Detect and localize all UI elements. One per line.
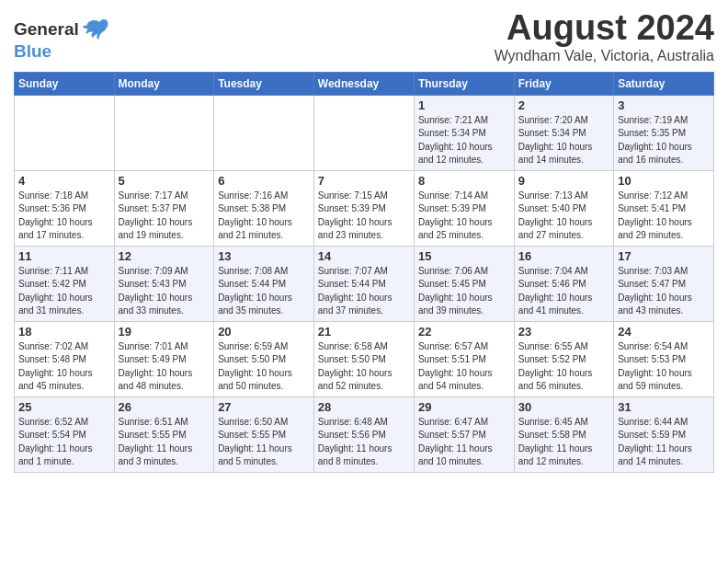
calendar-cell: 6Sunrise: 7:16 AM Sunset: 5:38 PM Daylig… (214, 170, 314, 246)
day-info: Sunrise: 7:16 AM Sunset: 5:38 PM Dayligh… (218, 190, 310, 243)
calendar-week-row: 18Sunrise: 7:02 AM Sunset: 5:48 PM Dayli… (15, 321, 714, 396)
calendar-day-header: Saturday (614, 72, 714, 95)
calendar-cell: 4Sunrise: 7:18 AM Sunset: 5:36 PM Daylig… (15, 170, 115, 246)
calendar-cell (214, 95, 314, 170)
calendar-cell: 14Sunrise: 7:07 AM Sunset: 5:44 PM Dayli… (313, 246, 414, 321)
day-number: 2 (518, 98, 609, 112)
day-number: 17 (618, 249, 710, 263)
day-info: Sunrise: 7:21 AM Sunset: 5:34 PM Dayligh… (418, 114, 510, 167)
day-info: Sunrise: 6:58 AM Sunset: 5:50 PM Dayligh… (318, 340, 410, 394)
day-info: Sunrise: 7:12 AM Sunset: 5:41 PM Dayligh… (618, 190, 710, 243)
calendar-cell: 23Sunrise: 6:55 AM Sunset: 5:52 PM Dayli… (514, 321, 613, 396)
day-number: 16 (518, 249, 609, 263)
day-info: Sunrise: 6:55 AM Sunset: 5:52 PM Dayligh… (518, 340, 609, 394)
calendar-cell: 7Sunrise: 7:15 AM Sunset: 5:39 PM Daylig… (313, 170, 414, 246)
day-info: Sunrise: 7:03 AM Sunset: 5:47 PM Dayligh… (618, 265, 710, 318)
month-title: August 2024 (495, 9, 714, 48)
calendar-week-row: 11Sunrise: 7:11 AM Sunset: 5:42 PM Dayli… (15, 246, 714, 321)
day-info: Sunrise: 6:50 AM Sunset: 5:55 PM Dayligh… (218, 416, 310, 469)
day-number: 1 (418, 98, 510, 112)
day-number: 8 (418, 174, 510, 188)
calendar-cell: 11Sunrise: 7:11 AM Sunset: 5:42 PM Dayli… (15, 246, 115, 321)
day-number: 26 (119, 400, 210, 414)
calendar-cell: 27Sunrise: 6:50 AM Sunset: 5:55 PM Dayli… (214, 396, 314, 472)
calendar-cell (114, 95, 214, 170)
calendar-week-row: 1Sunrise: 7:21 AM Sunset: 5:34 PM Daylig… (15, 95, 714, 170)
day-number: 23 (518, 325, 609, 339)
day-number: 28 (318, 400, 410, 414)
day-info: Sunrise: 7:17 AM Sunset: 5:37 PM Dayligh… (119, 190, 210, 243)
calendar-cell: 9Sunrise: 7:13 AM Sunset: 5:40 PM Daylig… (514, 170, 613, 246)
day-number: 24 (618, 325, 710, 339)
day-info: Sunrise: 7:02 AM Sunset: 5:48 PM Dayligh… (18, 340, 110, 394)
day-info: Sunrise: 7:06 AM Sunset: 5:45 PM Dayligh… (418, 265, 510, 318)
calendar-day-header: Friday (514, 72, 613, 95)
day-number: 13 (218, 249, 310, 263)
calendar-cell: 17Sunrise: 7:03 AM Sunset: 5:47 PM Dayli… (614, 246, 714, 321)
day-number: 15 (418, 249, 510, 263)
calendar-cell: 28Sunrise: 6:48 AM Sunset: 5:56 PM Dayli… (313, 396, 414, 472)
day-number: 19 (119, 325, 210, 339)
logo-blue-text: Blue (14, 42, 108, 60)
calendar-table: SundayMondayTuesdayWednesdayThursdayFrid… (14, 72, 714, 473)
calendar-cell: 12Sunrise: 7:09 AM Sunset: 5:43 PM Dayli… (114, 246, 214, 321)
day-info: Sunrise: 7:04 AM Sunset: 5:46 PM Dayligh… (518, 265, 609, 318)
day-info: Sunrise: 6:57 AM Sunset: 5:51 PM Dayligh… (418, 340, 510, 394)
calendar-cell: 31Sunrise: 6:44 AM Sunset: 5:59 PM Dayli… (614, 396, 714, 472)
calendar-cell: 21Sunrise: 6:58 AM Sunset: 5:50 PM Dayli… (313, 321, 414, 396)
calendar-cell: 24Sunrise: 6:54 AM Sunset: 5:53 PM Dayli… (614, 321, 714, 396)
calendar-cell: 26Sunrise: 6:51 AM Sunset: 5:55 PM Dayli… (114, 396, 214, 472)
calendar-day-header: Sunday (15, 72, 115, 95)
day-number: 21 (318, 325, 410, 339)
day-number: 14 (318, 249, 410, 263)
day-info: Sunrise: 6:44 AM Sunset: 5:59 PM Dayligh… (618, 416, 710, 469)
logo-bird-icon (81, 17, 108, 42)
calendar-week-row: 25Sunrise: 6:52 AM Sunset: 5:54 PM Dayli… (15, 396, 714, 472)
page-header: General Blue August 2024 Wyndham Vale, V… (14, 9, 714, 64)
day-number: 25 (18, 400, 110, 414)
day-number: 27 (218, 400, 310, 414)
calendar-week-row: 4Sunrise: 7:18 AM Sunset: 5:36 PM Daylig… (15, 170, 714, 246)
calendar-cell: 19Sunrise: 7:01 AM Sunset: 5:49 PM Dayli… (114, 321, 214, 396)
day-number: 11 (18, 249, 110, 263)
calendar-day-header: Monday (114, 72, 214, 95)
logo-general-text: General (14, 20, 79, 40)
day-info: Sunrise: 7:09 AM Sunset: 5:43 PM Dayligh… (119, 265, 210, 318)
day-number: 30 (518, 400, 609, 414)
day-number: 31 (618, 400, 710, 414)
calendar-cell: 20Sunrise: 6:59 AM Sunset: 5:50 PM Dayli… (214, 321, 314, 396)
location-title: Wyndham Vale, Victoria, Australia (495, 48, 714, 64)
day-number: 7 (318, 174, 410, 188)
logo: General Blue (14, 17, 108, 60)
day-info: Sunrise: 6:52 AM Sunset: 5:54 PM Dayligh… (18, 416, 110, 469)
calendar-cell: 5Sunrise: 7:17 AM Sunset: 5:37 PM Daylig… (114, 170, 214, 246)
day-info: Sunrise: 7:14 AM Sunset: 5:39 PM Dayligh… (418, 190, 510, 243)
calendar-day-header: Wednesday (313, 72, 414, 95)
calendar-cell: 13Sunrise: 7:08 AM Sunset: 5:44 PM Dayli… (214, 246, 314, 321)
day-info: Sunrise: 6:51 AM Sunset: 5:55 PM Dayligh… (119, 416, 210, 469)
calendar-cell (15, 95, 115, 170)
calendar-cell: 15Sunrise: 7:06 AM Sunset: 5:45 PM Dayli… (414, 246, 514, 321)
day-info: Sunrise: 7:11 AM Sunset: 5:42 PM Dayligh… (18, 265, 110, 318)
day-info: Sunrise: 7:18 AM Sunset: 5:36 PM Dayligh… (18, 190, 110, 243)
day-info: Sunrise: 7:19 AM Sunset: 5:35 PM Dayligh… (618, 114, 710, 167)
calendar-day-header: Tuesday (214, 72, 314, 95)
day-number: 10 (618, 174, 710, 188)
day-number: 9 (518, 174, 609, 188)
calendar-cell: 2Sunrise: 7:20 AM Sunset: 5:34 PM Daylig… (514, 95, 613, 170)
day-info: Sunrise: 6:47 AM Sunset: 5:57 PM Dayligh… (418, 416, 510, 469)
day-info: Sunrise: 7:20 AM Sunset: 5:34 PM Dayligh… (518, 114, 609, 167)
day-number: 5 (119, 174, 210, 188)
day-info: Sunrise: 6:59 AM Sunset: 5:50 PM Dayligh… (218, 340, 310, 394)
calendar-header-row: SundayMondayTuesdayWednesdayThursdayFrid… (15, 72, 714, 95)
calendar-day-header: Thursday (414, 72, 514, 95)
calendar-cell: 22Sunrise: 6:57 AM Sunset: 5:51 PM Dayli… (414, 321, 514, 396)
calendar-cell: 3Sunrise: 7:19 AM Sunset: 5:35 PM Daylig… (614, 95, 714, 170)
day-number: 12 (119, 249, 210, 263)
day-info: Sunrise: 6:45 AM Sunset: 5:58 PM Dayligh… (518, 416, 609, 469)
calendar-cell: 16Sunrise: 7:04 AM Sunset: 5:46 PM Dayli… (514, 246, 613, 321)
calendar-cell (313, 95, 414, 170)
day-info: Sunrise: 6:48 AM Sunset: 5:56 PM Dayligh… (318, 416, 410, 469)
calendar-cell: 8Sunrise: 7:14 AM Sunset: 5:39 PM Daylig… (414, 170, 514, 246)
calendar-cell: 10Sunrise: 7:12 AM Sunset: 5:41 PM Dayli… (614, 170, 714, 246)
